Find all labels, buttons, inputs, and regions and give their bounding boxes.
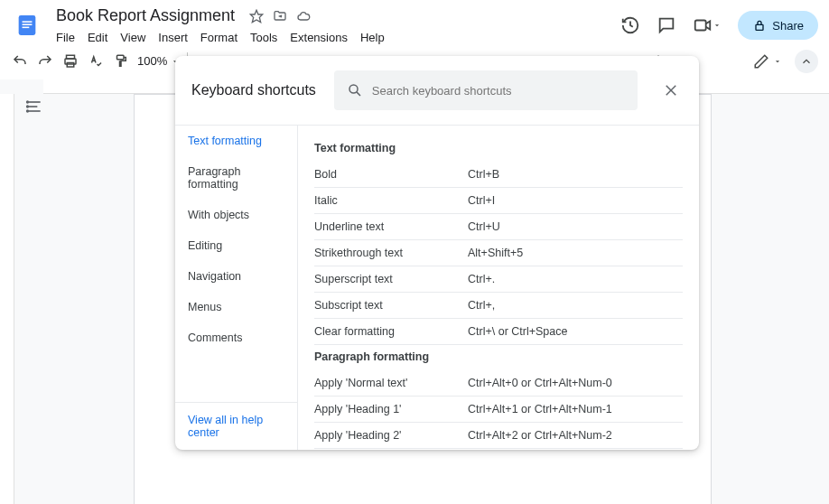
shortcut-key: Ctrl+\ or Ctrl+Space (468, 325, 683, 338)
shortcut-key: Ctrl+B (468, 168, 683, 181)
sidebar-item-paragraph-formatting[interactable]: Paragraph formatting (175, 156, 297, 200)
share-label: Share (772, 19, 804, 33)
sidebar-item-comments[interactable]: Comments (175, 322, 297, 353)
svg-point-16 (27, 110, 29, 112)
menu-view[interactable]: View (115, 29, 151, 46)
lock-icon (752, 18, 767, 33)
dialog-title: Keyboard shortcuts (191, 82, 316, 98)
spellcheck-icon[interactable] (87, 52, 105, 70)
cloud-status-icon[interactable] (296, 9, 311, 23)
shortcut-row: Superscript textCtrl+. (314, 266, 683, 293)
svg-line-18 (357, 92, 360, 96)
move-folder-icon[interactable] (273, 9, 287, 23)
section-title: Paragraph formatting (314, 345, 683, 370)
shortcut-key: Ctrl+, (468, 299, 683, 312)
editing-mode-button[interactable] (753, 53, 782, 70)
print-icon[interactable] (61, 52, 79, 70)
shortcut-row: Underline textCtrl+U (314, 214, 683, 240)
close-dialog-button[interactable] (659, 79, 683, 102)
svg-rect-5 (695, 21, 706, 31)
shortcuts-content[interactable]: Text formattingBoldCtrl+BItalicCtrl+IUnd… (298, 126, 699, 450)
star-icon[interactable] (249, 9, 264, 23)
svg-rect-3 (23, 27, 30, 29)
menu-bar: File Edit View Insert Format Tools Exten… (51, 29, 620, 46)
zoom-dropdown[interactable]: 100% (137, 54, 180, 68)
shortcut-key: Ctrl+I (468, 194, 683, 207)
shortcut-name: Superscript text (314, 273, 468, 285)
sidebar-item-text-formatting[interactable]: Text formatting (175, 126, 297, 156)
shortcut-key: Ctrl+Alt+1 or Ctrl+Alt+Num-1 (468, 403, 683, 415)
section-title: Text formatting (314, 136, 683, 162)
shortcut-row: Strikethrough textAlt+Shift+5 (314, 240, 683, 266)
vertical-ruler[interactable] (0, 94, 14, 504)
history-icon[interactable] (620, 15, 640, 35)
close-icon (663, 82, 679, 98)
undo-icon[interactable] (11, 52, 29, 70)
search-input-field[interactable] (372, 84, 625, 98)
menu-format[interactable]: Format (195, 29, 243, 46)
search-icon (347, 82, 363, 98)
menu-file[interactable]: File (51, 29, 80, 46)
shortcut-row: Clear formattingCtrl+\ or Ctrl+Space (314, 319, 683, 345)
svg-point-14 (27, 101, 29, 103)
chevron-up-icon (800, 55, 813, 68)
shortcut-row: Apply 'Heading 1'Ctrl+Alt+1 or Ctrl+Alt+… (314, 397, 683, 423)
shortcut-row: BoldCtrl+B (314, 162, 683, 188)
menu-help[interactable]: Help (355, 29, 390, 46)
search-shortcuts-input[interactable] (334, 70, 638, 110)
paint-format-icon[interactable] (112, 52, 130, 70)
shortcut-name: Subscript text (314, 299, 468, 312)
shortcut-row: Apply 'Heading 3'Ctrl+Alt+3 or Ctrl+Alt+… (314, 449, 683, 450)
shortcut-name: Apply 'Heading 2' (314, 429, 468, 442)
menu-tools[interactable]: Tools (245, 29, 283, 46)
svg-rect-2 (23, 23, 33, 25)
comments-icon[interactable] (657, 15, 676, 35)
svg-point-15 (27, 106, 29, 107)
shortcut-key: Ctrl+U (468, 220, 683, 233)
shortcuts-sidebar: Text formatting Paragraph formatting Wit… (175, 126, 298, 450)
docs-logo-icon[interactable] (11, 9, 43, 42)
shortcut-name: Apply 'Heading 1' (314, 403, 468, 415)
sidebar-item-menus[interactable]: Menus (175, 292, 297, 322)
shortcut-row: Apply 'Normal text'Ctrl+Alt+0 or Ctrl+Al… (314, 370, 683, 397)
shortcut-name: Underline text (314, 220, 468, 233)
shortcut-key: Alt+Shift+5 (468, 247, 683, 259)
menu-extensions[interactable]: Extensions (284, 29, 353, 46)
sidebar-item-with-objects[interactable]: With objects (175, 200, 297, 230)
shortcut-key: Ctrl+. (468, 273, 683, 285)
collapse-toolbar-button[interactable] (795, 50, 818, 73)
shortcut-name: Apply 'Normal text' (314, 377, 468, 389)
svg-rect-6 (756, 24, 763, 30)
shortcut-key: Ctrl+Alt+0 or Ctrl+Alt+Num-0 (468, 377, 683, 389)
svg-marker-4 (250, 10, 262, 22)
sidebar-item-editing[interactable]: Editing (175, 230, 297, 261)
shortcut-name: Italic (314, 194, 468, 207)
sidebar-item-navigation[interactable]: Navigation (175, 261, 297, 292)
outline-toggle-icon[interactable] (25, 98, 43, 116)
redo-icon[interactable] (36, 52, 54, 70)
meet-icon[interactable] (693, 15, 722, 35)
svg-rect-10 (117, 55, 125, 60)
pencil-icon (753, 53, 769, 70)
share-button[interactable]: Share (738, 11, 818, 40)
shortcut-key: Ctrl+Alt+2 or Ctrl+Alt+Num-2 (468, 429, 683, 442)
shortcut-row: ItalicCtrl+I (314, 188, 683, 214)
shortcut-name: Clear formatting (314, 325, 468, 338)
menu-insert[interactable]: Insert (153, 29, 193, 46)
document-title[interactable]: Book Report Assignment (51, 5, 240, 27)
svg-rect-1 (23, 21, 33, 23)
shortcut-name: Strikethrough text (314, 247, 468, 259)
view-all-help-link[interactable]: View all in help center (175, 402, 297, 450)
shortcut-row: Subscript textCtrl+, (314, 293, 683, 319)
svg-point-17 (349, 85, 358, 93)
shortcut-name: Bold (314, 168, 468, 181)
keyboard-shortcuts-dialog: Keyboard shortcuts Text formatting Parag… (175, 56, 699, 450)
shortcut-row: Apply 'Heading 2'Ctrl+Alt+2 or Ctrl+Alt+… (314, 423, 683, 449)
menu-edit[interactable]: Edit (82, 29, 113, 46)
